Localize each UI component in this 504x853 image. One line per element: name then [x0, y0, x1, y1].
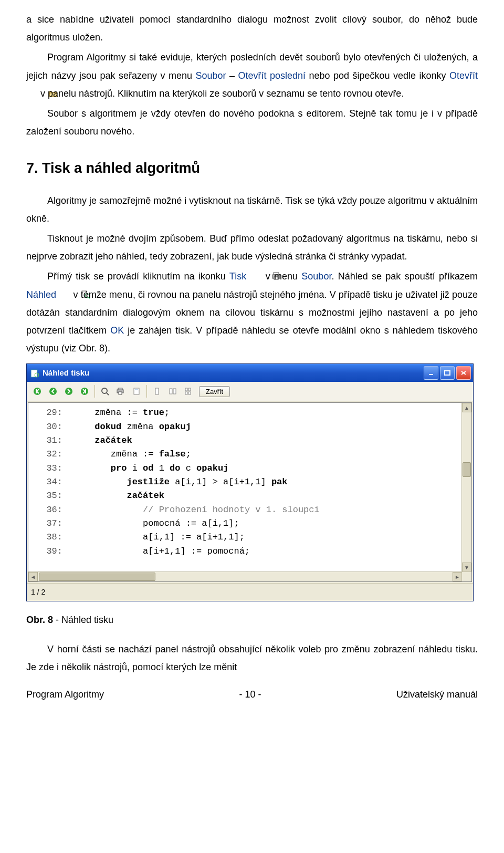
minimize-button[interactable] — [424, 366, 438, 380]
preview-toolbar: Zavřít — [27, 382, 473, 401]
text: v panelu nástrojů. Kliknutím na kterýkol… — [40, 88, 404, 99]
two-page-button[interactable] — [165, 384, 180, 399]
close-preview-button[interactable]: Zavřít — [199, 386, 230, 397]
horizontal-scroll-thumb[interactable] — [39, 573, 155, 581]
one-page-button[interactable] — [150, 384, 164, 399]
text: v menu — [266, 271, 302, 282]
svg-rect-20 — [119, 392, 122, 394]
menu-ref-otevrit-posledni: Otevřít poslední — [238, 70, 306, 81]
svg-rect-28 — [185, 392, 187, 394]
scroll-left-arrow-icon[interactable]: ◄ — [28, 572, 38, 581]
first-page-button[interactable] — [30, 384, 45, 399]
print-preview-icon — [60, 287, 69, 295]
text: Přímý tisk se provádí kliknutím na ikonk… — [47, 271, 229, 282]
multi-page-button[interactable] — [181, 384, 196, 399]
section-heading: 7. Tisk a náhled algoritmů — [26, 155, 478, 182]
svg-point-13 — [49, 388, 57, 395]
scroll-right-arrow-icon[interactable]: ► — [453, 572, 462, 581]
prev-page-button[interactable] — [46, 384, 60, 399]
vertical-scrollbar[interactable]: ▲ ▼ — [461, 403, 471, 572]
svg-rect-25 — [173, 389, 176, 394]
paragraph: Tisknout je možné dvojím způsobem. Buď p… — [26, 230, 478, 265]
page-setup-button[interactable] — [129, 384, 144, 399]
next-page-button[interactable] — [61, 384, 76, 399]
svg-point-16 — [102, 388, 107, 393]
menu-ref-otevrit: Otevřít — [449, 70, 478, 81]
menu-ref-soubor: Soubor — [195, 70, 226, 81]
footer-left: Program Algoritmy — [26, 685, 104, 703]
svg-line-17 — [107, 393, 109, 395]
horizontal-scrollbar[interactable]: ◄ ► — [28, 571, 462, 581]
svg-rect-22 — [135, 389, 138, 390]
svg-rect-26 — [185, 388, 187, 391]
svg-rect-27 — [188, 388, 191, 391]
figure-number: Obr. 8 — [26, 615, 53, 625]
page-footer: Program Algoritmy - 10 - Uživatelský man… — [26, 685, 478, 703]
text: – — [226, 70, 238, 81]
scroll-down-arrow-icon[interactable]: ▼ — [462, 563, 471, 572]
toolbar-separator — [94, 385, 95, 398]
paragraph: a sice nabídne uživateli pomocí standard… — [26, 11, 478, 46]
last-page-button[interactable] — [77, 384, 92, 399]
svg-rect-23 — [155, 388, 159, 394]
scrollbar-corner — [461, 571, 471, 581]
menu-ref-nahled: Náhled — [26, 289, 56, 300]
printer-icon — [251, 268, 260, 277]
footer-right: Uživatelský manuál — [396, 685, 478, 703]
footer-page-number: - 10 - — [239, 685, 261, 703]
paragraph: Přímý tisk se provádí kliknutím na ikonk… — [26, 267, 478, 357]
print-preview-figure: Náhled tisku Zavří — [26, 363, 478, 601]
close-button[interactable] — [456, 366, 471, 380]
paragraph: Program Algoritmy si také eviduje, který… — [26, 48, 478, 102]
app-icon — [30, 368, 39, 378]
figure-caption-text: - Náhled tisku — [53, 615, 113, 625]
maximize-button[interactable] — [440, 366, 455, 380]
preview-viewport: 29: změna := true; 30: dokud změna opaku… — [28, 402, 472, 582]
toolbar-separator — [146, 385, 147, 398]
window-title: Náhled tisku — [43, 366, 424, 381]
svg-rect-24 — [170, 389, 172, 394]
code-preview: 29: změna := true; 30: dokud změna opaku… — [28, 403, 471, 561]
print-button[interactable] — [113, 384, 128, 399]
print-preview-window: Náhled tisku Zavří — [26, 363, 474, 601]
vertical-scroll-thumb[interactable] — [463, 462, 471, 477]
text: . Náhled se pak spouští příkazem — [331, 271, 478, 282]
paragraph: Soubor s algoritmem je vždy otevřen do n… — [26, 105, 478, 140]
scroll-up-arrow-icon[interactable]: ▲ — [462, 403, 471, 412]
window-titlebar[interactable]: Náhled tisku — [27, 364, 473, 382]
zoom-button[interactable] — [98, 384, 112, 399]
menu-ref-ok: OK — [110, 325, 124, 336]
menu-ref-tisk: Tisk — [229, 271, 246, 282]
text: nebo pod šipečkou vedle ikonky — [306, 70, 449, 81]
svg-rect-9 — [445, 371, 450, 375]
folder-open-icon — [27, 86, 37, 94]
document-page: a sice nabídne uživateli pomocí standard… — [0, 0, 504, 709]
status-bar: 1 / 2 — [27, 583, 473, 601]
figure-caption: Obr. 8 - Náhled tisku — [26, 611, 478, 629]
svg-rect-21 — [134, 388, 139, 394]
svg-rect-29 — [188, 392, 191, 394]
paragraph: V horní části se nachází panel nástrojů … — [26, 640, 478, 676]
svg-point-14 — [65, 388, 72, 395]
menu-ref-soubor: Soubor — [301, 271, 331, 282]
paragraph: Algoritmy je samozřejmě možné i vytiskno… — [26, 192, 478, 227]
svg-rect-6 — [31, 370, 37, 377]
